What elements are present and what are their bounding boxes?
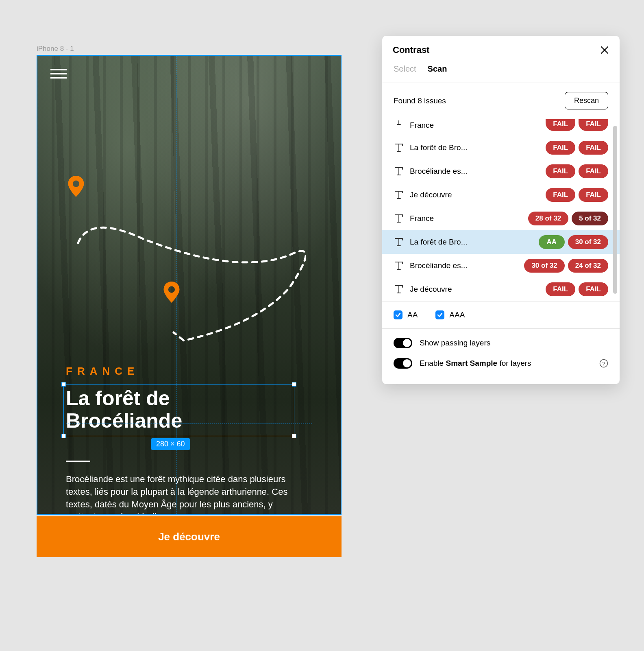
layer-name: La forêt de Bro... bbox=[410, 238, 533, 247]
title-text: La forêt deBrocéliande bbox=[66, 387, 182, 432]
status-badge: FAIL bbox=[579, 164, 608, 178]
check-label: AAA bbox=[449, 310, 465, 319]
option-smart-sample: Enable Smart Sample for layers ? bbox=[394, 353, 608, 374]
option-label: Enable Smart Sample for layers bbox=[420, 359, 592, 368]
options: Show passing layers Enable Smart Sample … bbox=[382, 328, 620, 384]
badges: FAILFAIL bbox=[546, 188, 608, 202]
svg-text:?: ? bbox=[602, 360, 605, 367]
badges: FAILFAIL bbox=[546, 164, 608, 178]
help-icon[interactable]: ? bbox=[599, 359, 608, 368]
phone-frame[interactable]: FRANCE La forêt deBrocéliande 280 × 60 B… bbox=[37, 55, 342, 515]
guide-horizontal bbox=[66, 424, 312, 424]
layer-name: Je découvre bbox=[410, 285, 540, 294]
checkbox-icon[interactable] bbox=[394, 310, 402, 319]
option-label: Show passing layers bbox=[420, 339, 608, 347]
text-block: FRANCE La forêt deBrocéliande 280 × 60 B… bbox=[66, 365, 312, 515]
toggle[interactable] bbox=[394, 338, 412, 348]
text-layer-icon bbox=[394, 237, 404, 247]
status-badge: FAIL bbox=[579, 188, 608, 202]
status-badge: 28 of 32 bbox=[528, 212, 568, 225]
layer-name: France bbox=[410, 121, 540, 130]
underline bbox=[66, 461, 90, 462]
layer-name: Brocéliande es... bbox=[410, 167, 540, 176]
layer-name: Brocéliande es... bbox=[410, 261, 518, 270]
check-aaa[interactable]: AAA bbox=[435, 310, 465, 319]
text-layer-icon bbox=[394, 166, 404, 177]
checkbox-icon[interactable] bbox=[435, 310, 444, 319]
map-pin-icon bbox=[68, 176, 84, 197]
status-badge: 30 of 32 bbox=[568, 235, 608, 249]
status-badge: FAIL bbox=[546, 282, 575, 296]
phone-content: FRANCE La forêt deBrocéliande 280 × 60 B… bbox=[37, 56, 341, 514]
badges: FAILFAIL bbox=[546, 141, 608, 155]
rescan-button[interactable]: Rescan bbox=[565, 92, 608, 109]
badges: FAILFAIL bbox=[546, 119, 608, 131]
frame-label: iPhone 8 - 1 bbox=[37, 45, 74, 53]
contrast-panel: Contrast Select Scan Found 8 issues Resc… bbox=[382, 36, 620, 384]
status-badge: FAIL bbox=[546, 119, 575, 131]
tab-scan[interactable]: Scan bbox=[428, 64, 447, 74]
panel-title: Contrast bbox=[393, 45, 429, 55]
close-icon[interactable] bbox=[600, 46, 609, 55]
map-pin-icon bbox=[163, 282, 180, 303]
badges: AA30 of 32 bbox=[539, 235, 608, 249]
status-badge: FAIL bbox=[546, 164, 575, 178]
title-selection[interactable]: La forêt deBrocéliande bbox=[66, 387, 182, 432]
issue-row[interactable]: La forêt de Bro...FAILFAIL bbox=[382, 136, 620, 159]
issue-row[interactable]: France28 of 325 of 32 bbox=[382, 207, 620, 230]
country-label: FRANCE bbox=[66, 365, 312, 378]
status-badge: FAIL bbox=[546, 188, 575, 202]
text-layer-icon bbox=[394, 260, 404, 271]
issues-list: FranceFAILFAILLa forêt de Bro...FAILFAIL… bbox=[382, 118, 620, 301]
panel-header: Contrast bbox=[382, 36, 620, 64]
layer-name: France bbox=[410, 214, 522, 223]
selection-handle[interactable] bbox=[292, 382, 296, 387]
status-badge: FAIL bbox=[579, 141, 608, 155]
status-badge: 5 of 32 bbox=[572, 212, 608, 225]
tabs: Select Scan bbox=[382, 64, 620, 83]
option-show-passing: Show passing layers bbox=[394, 333, 608, 353]
selection-handle[interactable] bbox=[292, 434, 296, 438]
status-badge: FAIL bbox=[579, 119, 608, 131]
issue-row[interactable]: Je découvreFAILFAIL bbox=[382, 183, 620, 207]
scrollbar[interactable] bbox=[613, 126, 617, 294]
badges: 28 of 325 of 32 bbox=[528, 212, 608, 225]
issue-row[interactable]: Je découvreFAILFAIL bbox=[382, 277, 620, 301]
cta-button[interactable]: Je découvre bbox=[37, 516, 342, 557]
body-text: Brocéliande est une forêt mythique citée… bbox=[66, 473, 294, 515]
scan-header: Found 8 issues Rescan bbox=[382, 83, 620, 118]
check-label: AA bbox=[407, 310, 418, 319]
text-layer-icon bbox=[394, 284, 404, 295]
issue-row[interactable]: La forêt de Bro...AA30 of 32 bbox=[382, 230, 620, 254]
layer-name: La forêt de Bro... bbox=[410, 143, 540, 152]
text-layer-icon bbox=[394, 120, 404, 131]
check-aa[interactable]: AA bbox=[394, 310, 418, 319]
status-badge: FAIL bbox=[546, 141, 575, 155]
tab-select[interactable]: Select bbox=[394, 64, 416, 74]
badges: 30 of 3224 of 32 bbox=[524, 259, 608, 273]
status-badge: FAIL bbox=[579, 282, 608, 296]
text-layer-icon bbox=[394, 213, 404, 224]
status-badge: 24 of 32 bbox=[568, 259, 608, 273]
status-badge: AA bbox=[539, 235, 565, 249]
hamburger-icon[interactable] bbox=[50, 69, 67, 79]
toggle[interactable] bbox=[394, 358, 412, 369]
found-text: Found 8 issues bbox=[394, 96, 446, 105]
issue-row[interactable]: Brocéliande es...30 of 3224 of 32 bbox=[382, 254, 620, 277]
status-badge: 30 of 32 bbox=[524, 259, 564, 273]
text-layer-icon bbox=[394, 142, 404, 153]
issue-row[interactable]: FranceFAILFAIL bbox=[382, 118, 620, 136]
size-badge: 280 × 60 bbox=[151, 438, 190, 450]
issue-row[interactable]: Brocéliande es...FAILFAIL bbox=[382, 159, 620, 183]
badges: FAILFAIL bbox=[546, 282, 608, 296]
layer-name: Je découvre bbox=[410, 190, 540, 199]
checks-row: AA AAA bbox=[382, 301, 620, 328]
text-layer-icon bbox=[394, 190, 404, 200]
